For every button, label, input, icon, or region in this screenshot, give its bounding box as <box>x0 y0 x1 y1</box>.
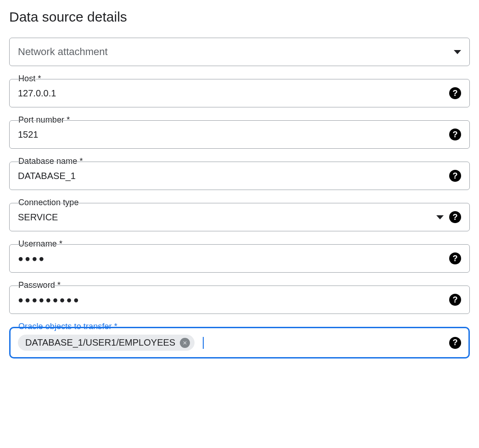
password-input-box[interactable]: ●●●●●●●●● ? <box>9 286 470 314</box>
database-field: Database name * DATABASE_1 ? <box>9 162 470 190</box>
chevron-down-icon <box>454 50 461 54</box>
page-title: Data source details <box>9 9 470 25</box>
connection-type-field: Connection type SERVICE ? <box>9 203 470 231</box>
chip-remove-button[interactable] <box>180 338 190 348</box>
host-value: 127.0.0.1 <box>18 88 444 99</box>
connection-type-value: SERVICE <box>18 212 431 223</box>
username-value: ●●●● <box>18 254 444 263</box>
oracle-objects-field: Oracle objects to transfer * DATABASE_1/… <box>9 327 470 358</box>
username-field: Username * ●●●● ? <box>9 244 470 273</box>
oracle-object-chip: DATABASE_1/USER1/EMPLOYEES <box>18 335 195 351</box>
help-icon[interactable]: ? <box>449 211 461 223</box>
chip-label: DATABASE_1/USER1/EMPLOYEES <box>25 337 175 348</box>
port-input-box[interactable]: 1521 ? <box>9 120 470 149</box>
chip-row: DATABASE_1/USER1/EMPLOYEES <box>18 335 444 351</box>
port-field: Port number * 1521 ? <box>9 120 470 149</box>
text-cursor <box>203 337 204 349</box>
chevron-down-icon <box>436 215 444 219</box>
database-value: DATABASE_1 <box>18 171 444 181</box>
help-icon[interactable]: ? <box>449 294 461 306</box>
help-icon[interactable]: ? <box>449 87 461 99</box>
close-icon <box>182 340 188 346</box>
connection-type-select[interactable]: SERVICE ? <box>9 203 470 231</box>
help-icon[interactable]: ? <box>449 337 461 349</box>
host-input-box[interactable]: 127.0.0.1 ? <box>9 79 470 107</box>
network-attachment-field: Network attachment <box>9 38 470 66</box>
host-field: Host * 127.0.0.1 ? <box>9 79 470 107</box>
database-input-box[interactable]: DATABASE_1 ? <box>9 162 470 190</box>
port-value: 1521 <box>18 129 444 140</box>
network-attachment-select[interactable]: Network attachment <box>9 38 470 66</box>
network-attachment-placeholder: Network attachment <box>18 46 448 58</box>
password-value: ●●●●●●●●● <box>18 295 444 304</box>
help-icon[interactable]: ? <box>449 170 461 182</box>
help-icon[interactable]: ? <box>449 252 461 264</box>
password-field: Password * ●●●●●●●●● ? <box>9 286 470 314</box>
help-icon[interactable]: ? <box>449 129 461 140</box>
username-input-box[interactable]: ●●●● ? <box>9 244 470 273</box>
oracle-objects-input-box[interactable]: DATABASE_1/USER1/EMPLOYEES ? <box>9 327 470 358</box>
